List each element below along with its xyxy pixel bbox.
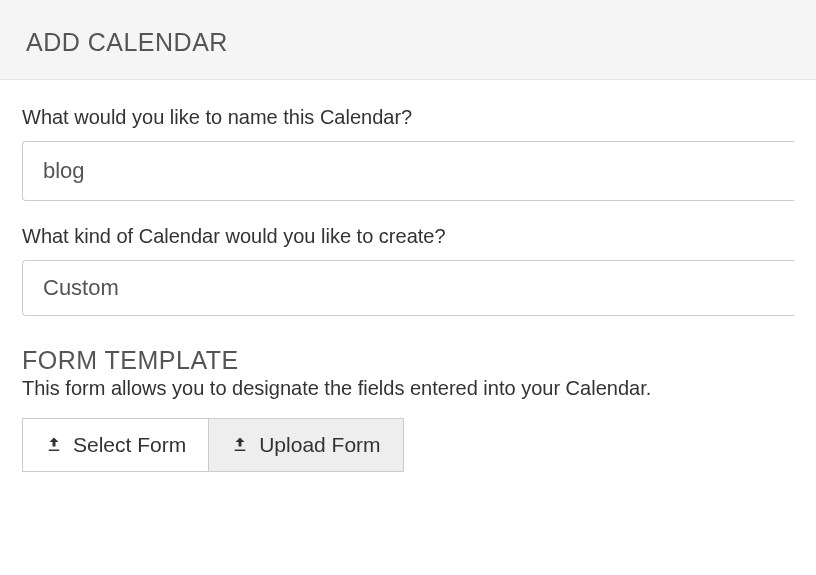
template-section-description: This form allows you to designate the fi… — [22, 377, 794, 400]
calendar-kind-select[interactable]: Custom — [22, 260, 794, 316]
select-form-label: Select Form — [73, 433, 186, 457]
page-header: ADD CALENDAR — [0, 0, 816, 80]
template-section-title: FORM TEMPLATE — [22, 346, 794, 375]
template-section-header: FORM TEMPLATE — [22, 346, 794, 375]
kind-field-group: What kind of Calendar would you like to … — [22, 225, 794, 316]
upload-icon — [45, 436, 63, 454]
page-title: ADD CALENDAR — [26, 28, 790, 57]
upload-form-button[interactable]: Upload Form — [209, 418, 403, 472]
name-label: What would you like to name this Calenda… — [22, 106, 794, 129]
upload-form-label: Upload Form — [259, 433, 380, 457]
name-field-group: What would you like to name this Calenda… — [22, 106, 794, 201]
form-content: What would you like to name this Calenda… — [0, 80, 816, 498]
select-form-button[interactable]: Select Form — [22, 418, 209, 472]
kind-label: What kind of Calendar would you like to … — [22, 225, 794, 248]
template-button-row: Select Form Upload Form — [22, 418, 794, 472]
upload-icon — [231, 436, 249, 454]
calendar-name-input[interactable] — [22, 141, 794, 201]
calendar-kind-value: Custom — [43, 275, 119, 300]
